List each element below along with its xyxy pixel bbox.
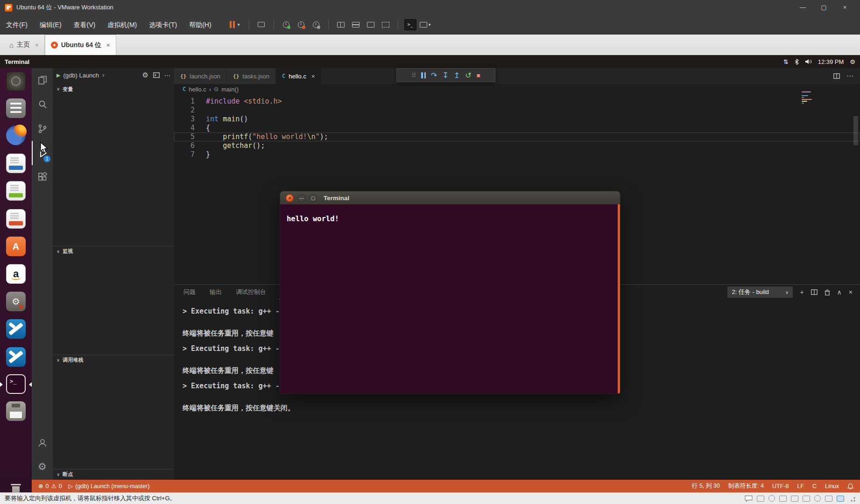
snapshot-manager-button[interactable]: [310, 19, 322, 30]
debug-status[interactable]: ▷ (gdb) Launch (menu-master): [69, 483, 150, 490]
menu-vm[interactable]: 虚拟机(M): [101, 15, 143, 35]
section-variables[interactable]: ∨ 变量: [53, 84, 174, 94]
clock[interactable]: 12:39 PM: [818, 58, 844, 65]
minimap[interactable]: [802, 91, 814, 105]
volume-icon[interactable]: [805, 59, 812, 64]
activity-account[interactable]: [32, 431, 53, 455]
printer-device-icon[interactable]: [825, 496, 832, 502]
configure-gear-icon[interactable]: ⚙: [142, 71, 148, 79]
maximize-button[interactable]: ▢: [309, 194, 317, 202]
bluetooth-icon[interactable]: [795, 59, 799, 65]
new-terminal-icon[interactable]: +: [800, 288, 804, 296]
fit-window-button[interactable]: [380, 19, 392, 30]
more-actions-icon[interactable]: ⋯: [164, 72, 170, 79]
tab-tasks-json[interactable]: {} tasks.json: [227, 68, 276, 84]
network-device-icon[interactable]: [791, 496, 798, 502]
stop-button[interactable]: ■: [477, 72, 480, 79]
close-button[interactable]: ×: [286, 194, 294, 202]
terminal-scrollbar[interactable]: [618, 204, 620, 394]
pause-button[interactable]: [421, 72, 426, 78]
launcher-item-amazon[interactable]: a: [5, 263, 27, 285]
drag-handle-icon[interactable]: ⠿: [411, 72, 416, 79]
panel-tab-debug-console[interactable]: 调试控制台: [235, 285, 267, 299]
close-icon[interactable]: ×: [311, 73, 315, 80]
section-call-stack[interactable]: ∨ 调用堆栈: [53, 355, 174, 365]
close-button[interactable]: ×: [834, 0, 855, 15]
panel-tab-output[interactable]: 输出: [209, 285, 223, 299]
code-line[interactable]: 7}: [174, 150, 860, 159]
menu-file[interactable]: 文件(F): [0, 15, 34, 35]
debug-console-icon[interactable]: [153, 72, 160, 78]
display-device-icon[interactable]: [837, 496, 844, 502]
breadcrumb-file[interactable]: hello.c: [189, 86, 206, 93]
code-line[interactable]: 4{: [174, 124, 860, 133]
code-line[interactable]: 6 getchar();: [174, 141, 860, 150]
section-breakpoints[interactable]: ∨ 断点: [53, 469, 174, 479]
language-mode[interactable]: C: [812, 483, 817, 490]
usb-device-icon[interactable]: [803, 496, 810, 502]
tab-ubuntu-vm[interactable]: Ubuntu 64 位 ×: [45, 35, 116, 55]
sound-device-icon[interactable]: [814, 495, 821, 502]
terminal-select[interactable]: 2: 任务 - build ∨: [727, 287, 793, 298]
step-out-button[interactable]: ↥: [454, 71, 460, 80]
breadcrumb-symbol[interactable]: main(): [221, 86, 239, 93]
fit-guest-button[interactable]: [365, 19, 377, 30]
close-icon[interactable]: ×: [35, 42, 39, 49]
activity-source-control[interactable]: [32, 117, 53, 141]
more-actions-icon[interactable]: ⋯: [846, 72, 853, 80]
launcher-item-vscode-1[interactable]: [5, 318, 27, 340]
activity-extensions[interactable]: [32, 165, 53, 189]
launcher-item-trash[interactable]: [5, 480, 27, 492]
step-into-button[interactable]: ↧: [442, 71, 448, 80]
launcher-item-vscode-2[interactable]: [5, 346, 27, 368]
activity-explorer[interactable]: [32, 68, 53, 92]
maximize-button[interactable]: ▢: [813, 0, 834, 15]
section-watch[interactable]: ∨ 监视: [53, 246, 174, 256]
launcher-item-software[interactable]: A: [5, 235, 27, 258]
eol-setting[interactable]: LF: [797, 483, 804, 490]
kill-terminal-icon[interactable]: [825, 289, 830, 295]
breadcrumb[interactable]: C hello.c › ⊙ main(): [174, 84, 860, 94]
tab-home[interactable]: ⌂ 主页 ×: [4, 35, 45, 55]
menu-edit[interactable]: 编辑(E): [34, 15, 68, 35]
tab-hello-c[interactable]: C hello.c ×: [276, 68, 321, 84]
restart-button[interactable]: ↺: [465, 71, 471, 80]
step-over-button[interactable]: ↷: [431, 71, 437, 80]
launcher-item-calc[interactable]: [5, 180, 27, 202]
floppy-device-icon[interactable]: [779, 496, 787, 502]
start-debug-icon[interactable]: ▶: [56, 72, 60, 78]
menu-tabs[interactable]: 选项卡(T): [143, 15, 183, 35]
launcher-item-impress[interactable]: [5, 208, 27, 230]
launcher-item-files[interactable]: [5, 97, 27, 119]
launcher-item-dash[interactable]: [5, 70, 27, 92]
panel-tab-problems[interactable]: 问题: [183, 285, 197, 299]
menu-view[interactable]: 查看(V): [68, 15, 102, 35]
editor-scrollbar[interactable]: [853, 116, 858, 145]
indent-setting[interactable]: 制表符长度: 4: [728, 482, 764, 490]
debug-config-select[interactable]: (gdb) Launch: [63, 72, 99, 79]
notifications-bell-icon[interactable]: [847, 483, 853, 490]
code-line[interactable]: 3int main(): [174, 115, 860, 124]
send-ctrl-alt-del-button[interactable]: [255, 19, 268, 30]
cdrom-device-icon[interactable]: [768, 495, 775, 502]
fullscreen-button[interactable]: ▾: [419, 19, 431, 30]
session-menu-icon[interactable]: ⚙: [850, 58, 855, 65]
show-library-button[interactable]: [335, 19, 347, 30]
network-indicator-icon[interactable]: ⇅: [783, 58, 789, 65]
cursor-position[interactable]: 行 5, 列 30: [692, 482, 720, 490]
suspend-button[interactable]: ▾: [227, 20, 243, 29]
tab-launch-json[interactable]: {} launch.json: [174, 68, 227, 84]
split-editor-icon[interactable]: [833, 73, 840, 79]
message-bubble-icon[interactable]: [745, 495, 753, 502]
launcher-item-terminal[interactable]: >_: [5, 373, 27, 395]
hdd-device-icon[interactable]: [757, 496, 764, 502]
show-thumbnail-bar-button[interactable]: [350, 19, 362, 30]
problems-status[interactable]: ⊗ 0 ⚠ 0: [38, 483, 62, 490]
close-icon[interactable]: ×: [106, 42, 110, 49]
revert-snapshot-button[interactable]: [295, 19, 307, 30]
terminal-body[interactable]: hello world!: [280, 204, 620, 394]
os-indicator[interactable]: Linux: [825, 483, 839, 490]
resize-grip[interactable]: [849, 495, 855, 502]
console-view-button[interactable]: >_: [404, 19, 416, 30]
launcher-item-archive[interactable]: [5, 400, 27, 422]
